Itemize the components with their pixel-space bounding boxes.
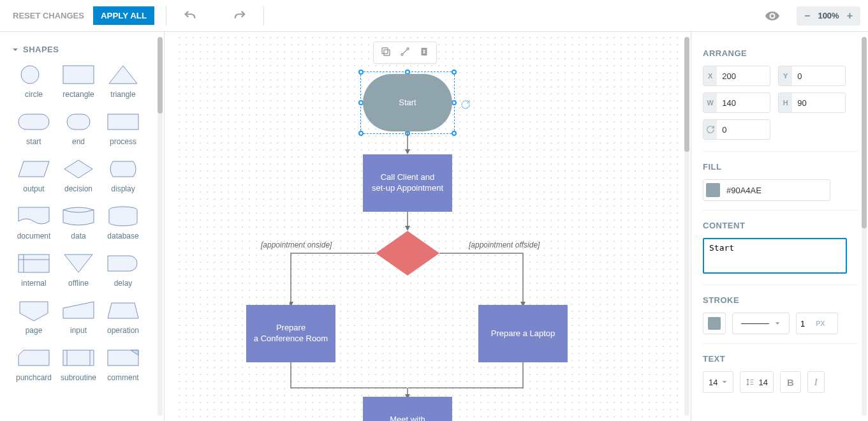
shape-operation[interactable]: operation: [101, 299, 145, 335]
node-meet-client[interactable]: Meet with the Client: [363, 397, 452, 421]
edge-branches[interactable]: [290, 252, 526, 309]
svg-point-0: [21, 66, 39, 84]
svg-point-24: [401, 54, 403, 55]
node-call-client[interactable]: Call Client and set-up Appointment: [363, 154, 452, 212]
rotate-icon: [703, 120, 717, 139]
copy-icon[interactable]: [380, 46, 392, 59]
line-height-field[interactable]: 14: [740, 371, 773, 393]
svg-marker-2: [109, 66, 137, 84]
edge[interactable]: [405, 131, 410, 156]
diagram-canvas[interactable]: Start Call Client and set-up Appointment: [173, 32, 682, 421]
svg-rect-1: [63, 66, 94, 84]
fill-color-swatch[interactable]: [706, 183, 720, 197]
svg-marker-13: [20, 302, 48, 321]
shape-data[interactable]: data: [56, 205, 101, 240]
zoom-out-button[interactable]: −: [800, 10, 814, 22]
svg-rect-23: [382, 48, 388, 54]
w-field[interactable]: W: [703, 92, 770, 113]
reset-changes-button[interactable]: RESET CHANGES: [8, 7, 89, 24]
edge-label-offside: [appointment offside]: [469, 240, 540, 249]
angle-field[interactable]: [703, 119, 770, 140]
shapes-header[interactable]: SHAPES: [11, 45, 159, 54]
delete-icon[interactable]: [418, 46, 430, 59]
eye-icon: [765, 8, 780, 24]
shape-start[interactable]: start: [11, 110, 56, 146]
stroke-color[interactable]: [703, 313, 726, 334]
undo-button[interactable]: [178, 4, 202, 28]
svg-marker-16: [18, 350, 49, 366]
connect-icon[interactable]: [399, 46, 411, 59]
shape-delay[interactable]: delay: [101, 252, 145, 288]
line-height-icon: [746, 378, 754, 387]
shape-comment[interactable]: comment: [101, 346, 145, 382]
zoom-control: − 100% +: [797, 6, 860, 26]
shape-subroutine[interactable]: subroutine: [56, 346, 101, 382]
shape-rectangle[interactable]: rectangle: [56, 63, 101, 99]
svg-point-25: [407, 48, 409, 50]
h-field[interactable]: H: [778, 92, 846, 113]
svg-rect-17: [63, 350, 94, 366]
svg-rect-4: [67, 114, 90, 129]
shape-document[interactable]: document: [11, 205, 56, 240]
svg-marker-15: [108, 303, 138, 318]
font-size-select[interactable]: 14: [703, 371, 733, 393]
shape-input[interactable]: input: [56, 299, 101, 335]
shape-circle[interactable]: circle: [11, 63, 56, 99]
shape-page[interactable]: page: [11, 299, 56, 335]
svg-marker-14: [63, 302, 94, 318]
text-header: TEXT: [703, 354, 858, 364]
redo-button[interactable]: [228, 4, 252, 28]
svg-rect-5: [108, 114, 138, 129]
canvas-area: Start Call Client and set-up Appointment: [165, 32, 691, 421]
stroke-header: STROKE: [703, 295, 858, 305]
chevron-down-icon: [774, 320, 781, 327]
divider: [166, 6, 166, 26]
divider: [263, 6, 264, 26]
shape-display[interactable]: display: [101, 158, 145, 193]
shape-triangle[interactable]: triangle: [101, 63, 145, 99]
bold-button[interactable]: B: [780, 371, 801, 393]
node-prepare-room[interactable]: Prepare a Conference Room: [246, 305, 335, 362]
svg-marker-7: [64, 160, 92, 178]
y-field[interactable]: Y: [778, 66, 846, 86]
shape-internal[interactable]: internal: [11, 252, 56, 288]
svg-rect-3: [18, 114, 49, 129]
fill-swatch[interactable]: #90A4AE: [703, 179, 830, 201]
svg-marker-28: [405, 149, 410, 154]
left-scrollbar[interactable]: [158, 37, 163, 416]
shape-decision[interactable]: decision: [56, 158, 101, 193]
svg-marker-6: [18, 161, 49, 177]
svg-rect-22: [384, 50, 390, 55]
stroke-width[interactable]: PX: [796, 313, 838, 334]
apply-all-button[interactable]: APPLY ALL: [93, 6, 154, 25]
rotate-handle-icon[interactable]: [460, 100, 471, 112]
chevron-down-icon: [721, 379, 728, 385]
selection-toolbar: [373, 41, 437, 64]
node-prepare-laptop[interactable]: Prepare a Laptop: [478, 305, 568, 362]
shape-end[interactable]: end: [56, 110, 101, 146]
svg-rect-9: [18, 255, 49, 272]
preview-button[interactable]: [760, 3, 785, 29]
shape-process[interactable]: process: [101, 110, 145, 146]
shape-output[interactable]: output: [11, 158, 56, 193]
content-input[interactable]: Start: [703, 238, 847, 274]
undo-icon: [183, 9, 197, 23]
zoom-value: 100%: [818, 11, 839, 20]
right-scrollbar[interactable]: [862, 37, 867, 416]
shape-punchcard[interactable]: punchcard: [11, 346, 56, 382]
properties-panel: ARRANGE X Y W H FILL #90A4AE: [691, 32, 868, 421]
edge-converge[interactable]: [288, 362, 527, 401]
shapes-panel: SHAPES circlerectangletrianglestartendpr…: [0, 32, 165, 421]
svg-marker-30: [405, 226, 410, 231]
canvas-scrollbar[interactable]: [684, 37, 689, 416]
zoom-in-button[interactable]: +: [843, 10, 857, 22]
edge-label-onside: [appointment onside]: [261, 240, 332, 249]
node-start[interactable]: Start: [363, 74, 452, 131]
shape-database[interactable]: database: [101, 205, 145, 240]
content-header: CONTENT: [703, 221, 858, 230]
shape-offline[interactable]: offline: [56, 252, 101, 288]
edge[interactable]: [405, 212, 410, 232]
italic-button[interactable]: I: [807, 371, 825, 393]
stroke-style[interactable]: [732, 313, 790, 334]
x-field[interactable]: X: [703, 66, 770, 86]
